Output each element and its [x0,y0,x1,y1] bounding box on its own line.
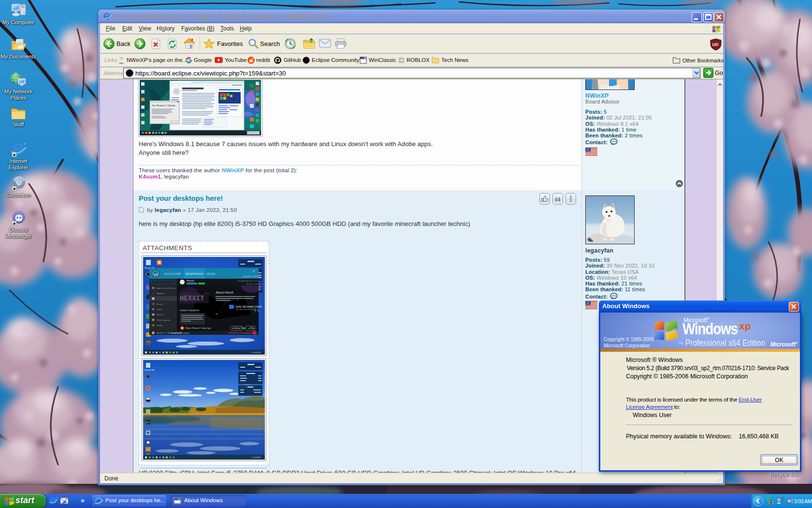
svg-text:LEGACY F 34 linuxFan10 Logout: LEGACY F 34 linuxFan10 Logout [156,332,189,334]
svg-text:AT THE DISCORD.GG/MC: AT THE DISCORD.GG/MC [236,309,257,311]
svg-text:● Delete Pack: ● Delete Pack [232,327,246,329]
svg-text:Hexxit II: Hexxit II [157,303,164,305]
svg-text:● Play: ● Play [248,327,255,329]
svg-text:_ X: _ X [250,269,255,272]
svg-text:Tekkit Legends: Tekkit Legends [157,319,170,321]
svg-text:Blightfall: Blightfall [157,292,164,295]
svg-text:Recycle Bin: Recycle Bin [145,369,155,371]
svg-text:Tekkit 2: Tekkit 2 [157,314,164,316]
svg-text:Vanilla: Vanilla [157,324,163,327]
svg-text:Hexxit: Hexxit [187,279,194,282]
svg-text:Launcher Options ●: Launcher Options ● [243,275,262,278]
svg-text:MODPACKS: MODPACKS [186,272,203,275]
svg-text:Tekkit: Tekkit [157,308,162,311]
svg-text:NEWS: NEWS [206,272,216,275]
svg-text:About Hexxit: About Hexxit [216,291,233,294]
svg-text:Latest Updates: Latest Updates [180,309,199,312]
svg-text:DISCOVER: DISCOVER [164,272,181,275]
svg-text:Attack of the B-Team: Attack of the B-Team [157,287,175,289]
svg-text:(i): (i) [154,272,158,276]
svg-text:Ryker Posted 2 Years Ago: Ryker Posted 2 Years Ago [186,327,211,329]
svg-text:UD: UD [712,42,719,47]
svg-text:Windows 7 Ultimate: Windows 7 Ultimate [156,105,175,107]
svg-text:Modpack Options ●: Modpack Options ● [246,283,263,285]
svg-text:∧ 9:48 PM: ∧ 9:48 PM [251,351,261,354]
svg-text:Installed Version: 1.0.11: Installed Version: 1.0.11 [238,280,259,282]
svg-text:Official Recommended Mod: Official Recommended Mod [228,332,255,334]
svg-text:JOIN TECHNIC CHAT: JOIN TECHNIC CHAT [235,305,262,308]
svg-text:∧ 9:48 PM: ∧ 9:48 PM [251,456,261,459]
svg-text:MC: MC [146,421,150,424]
